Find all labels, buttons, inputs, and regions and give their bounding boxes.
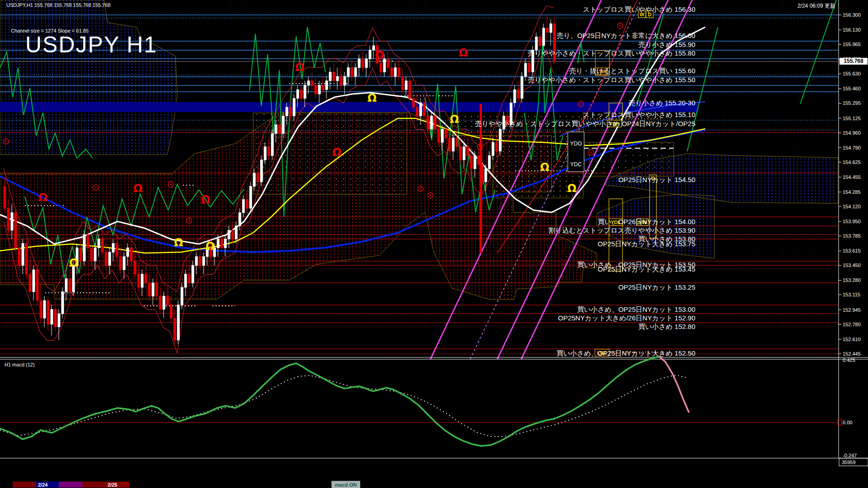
candlestick	[535, 37, 538, 50]
circle-marker-dot	[420, 188, 421, 189]
candlestick	[354, 68, 357, 76]
candlestick	[231, 230, 234, 239]
candlestick	[365, 59, 368, 67]
candlestick	[101, 239, 104, 252]
candlestick	[470, 155, 472, 169]
candlestick	[156, 283, 158, 296]
candlestick	[119, 257, 122, 270]
candlestick	[250, 186, 252, 208]
candlestick	[98, 239, 100, 248]
candlestick	[524, 63, 527, 76]
price-tick-label: 152.445	[843, 351, 861, 357]
macd-toggle-button[interactable]: macd ON	[331, 481, 360, 488]
candlestick	[188, 274, 190, 283]
price-annotation: 買い、OP26日NYカット 154.00	[598, 218, 695, 225]
candlestick	[108, 252, 111, 265]
candlestick	[499, 129, 501, 151]
price-tick-label: 156.300	[843, 12, 861, 18]
candlestick	[87, 235, 89, 248]
buy-marker-icon: Ω	[540, 161, 549, 174]
candlestick	[177, 305, 179, 340]
candlestick	[391, 68, 393, 76]
candlestick	[546, 28, 548, 33]
circle-marker-dot	[580, 103, 581, 104]
candlestick	[242, 199, 245, 212]
price-tick-label: 156.130	[843, 27, 861, 33]
candlestick	[495, 142, 498, 151]
price-annotation: 売りやや小さめ・ストップロス買いやや小さめ 155.80	[528, 49, 695, 57]
candlestick	[80, 248, 82, 261]
macd-tick-label: -0.247	[843, 453, 857, 458]
candlestick	[322, 85, 324, 90]
candlestick	[166, 296, 169, 305]
candlestick	[307, 81, 310, 85]
candlestick	[347, 68, 349, 76]
candlestick	[340, 76, 342, 85]
candlestick	[315, 85, 317, 94]
candlestick	[137, 274, 140, 287]
candlestick	[474, 155, 476, 169]
candlestick	[69, 279, 71, 292]
current-price-label: 155.768	[840, 58, 868, 65]
candlestick	[94, 248, 96, 261]
sell-marker-icon: Ω	[332, 146, 341, 159]
candlestick	[275, 125, 277, 133]
sell-marker-icon: Ω	[38, 191, 47, 204]
date-strip-segment[interactable]	[59, 482, 82, 488]
candlestick	[152, 283, 154, 296]
candlestick	[300, 89, 302, 98]
circle-marker-dot	[170, 183, 171, 185]
price-annotation: OP25日NYカット大きめ 153.45	[598, 265, 695, 273]
circle-marker-dot	[479, 146, 481, 147]
macd-tick-label: 0.00	[843, 420, 852, 425]
price-annotation: OP25日NYカット 153.25	[618, 283, 695, 291]
candlestick	[448, 138, 451, 151]
candlestick	[14, 213, 17, 248]
buy-marker-icon: Ω	[206, 240, 215, 253]
price-annotation: 割り込むとストップロス売りやや小さめ 153.90	[548, 226, 695, 234]
candlestick	[387, 59, 389, 67]
candlestick	[29, 274, 31, 292]
candlestick	[217, 239, 219, 248]
candlestick	[90, 248, 93, 261]
sell-marker-icon: Ω	[295, 61, 304, 74]
candlestick	[477, 155, 480, 164]
candlestick	[40, 300, 42, 318]
price-tick-label: 153.450	[843, 263, 861, 268]
candlestick	[539, 37, 541, 46]
chart-canvas[interactable]: ΩΩΩΩΩΩΩΩΩΩΩΩΩΩYDOYDCWDLWHYDHYDLNWLWLDストッ…	[0, 0, 868, 488]
candlestick	[72, 265, 75, 291]
candlestick	[112, 244, 114, 252]
price-annotation: 売り、OP25日NYカット非常に大きめ 156.00	[557, 32, 695, 39]
candlestick	[159, 296, 161, 309]
price-tick-label: 152.945	[843, 307, 861, 313]
candlestick	[456, 138, 458, 146]
candlestick	[416, 107, 418, 116]
bottom-bar-count: 35959	[842, 460, 856, 465]
price-tick-label: 154.285	[843, 189, 861, 195]
candlestick	[239, 213, 241, 226]
price-annotation: ストップロス買いやや小さめ 155.10	[583, 111, 695, 118]
date-strip-segment[interactable]	[13, 482, 36, 488]
price-annotation: 買い小さめ 152.80	[638, 323, 695, 330]
candlestick	[11, 213, 13, 230]
candlestick	[148, 283, 151, 296]
candlestick	[405, 81, 407, 89]
candlestick	[452, 138, 454, 151]
buy-marker-icon: Ω	[69, 257, 78, 269]
candlestick	[336, 76, 339, 81]
price-tick-label: 152.780	[843, 322, 861, 327]
buy-marker-icon: Ω	[368, 92, 377, 104]
circle-marker-dot	[429, 194, 431, 196]
buy-marker-icon: Ω	[174, 236, 183, 249]
candlestick	[25, 244, 28, 274]
candlestick	[528, 63, 530, 72]
date-strip-segment[interactable]	[82, 482, 106, 488]
candlestick	[550, 23, 552, 32]
candlestick	[268, 147, 270, 155]
price-tick-label: 155.295	[843, 100, 861, 106]
candlestick	[412, 99, 415, 107]
price-annotation: 売りやや小さめ・ストップロス買いやや小さめ OP24日NYカット/OP25	[475, 120, 695, 127]
candlestick	[394, 68, 396, 76]
candlestick	[420, 103, 422, 116]
